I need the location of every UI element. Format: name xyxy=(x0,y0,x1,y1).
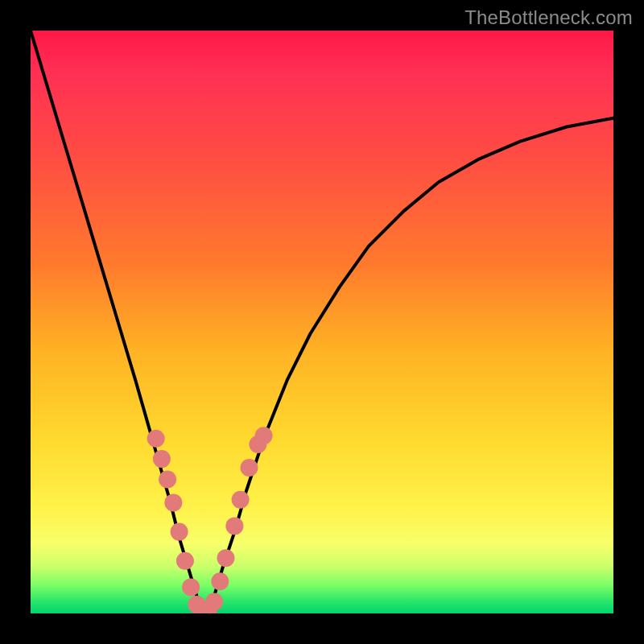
marker-dot xyxy=(147,430,165,448)
marker-dot xyxy=(217,549,235,567)
plot-area xyxy=(31,31,613,613)
chart-svg xyxy=(31,31,613,613)
marker-dot xyxy=(153,450,171,468)
marker-dot xyxy=(255,427,273,444)
marker-dot xyxy=(232,491,250,509)
marker-dot xyxy=(176,552,194,570)
marker-dot xyxy=(205,593,223,611)
marker-dot xyxy=(241,459,258,477)
marker-dot xyxy=(171,523,188,541)
watermark-text: TheBottleneck.com xyxy=(464,6,633,29)
marker-dot xyxy=(159,471,176,489)
curve-line xyxy=(31,31,613,613)
marker-dot xyxy=(211,572,229,590)
marker-dot xyxy=(164,493,182,511)
marker-dot xyxy=(225,517,243,535)
marker-dots xyxy=(147,427,273,613)
marker-dot xyxy=(182,578,200,596)
chart-frame: TheBottleneck.com xyxy=(0,0,644,644)
